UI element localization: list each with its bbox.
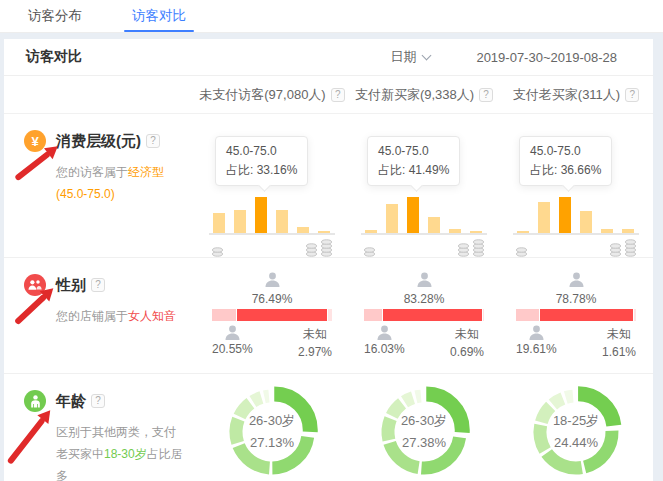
age-donut-new-buyers[interactable]: 26-30岁 27.38%: [376, 374, 472, 481]
unknown-percent: 2.97%: [298, 343, 332, 361]
donut-chart: [376, 384, 472, 480]
chart-axis: [513, 233, 639, 257]
donut-chart: [224, 384, 320, 480]
gender-note: 您的店铺属于女人知音: [56, 305, 184, 327]
bar-series: [213, 195, 335, 233]
yen-icon: ¥: [24, 130, 46, 152]
gender-stacked-bar: [516, 309, 636, 321]
gender-chart-new-buyers[interactable]: 83.28% 16.03% 未知 0.69%: [364, 258, 484, 361]
consumption-chart-old-buyers[interactable]: 45.0-75.0 占比: 36.66%: [513, 114, 639, 257]
visitor-comparison-card: 访客对比 日期 2019-07-30~2019-08-28 未支付访客(97,0…: [4, 39, 653, 481]
row-gender: 性别 ? 您的店铺属于女人知音 76.49% 20.55%: [4, 257, 653, 373]
age-donut-old-buyers[interactable]: 18-25岁 24.44%: [528, 374, 624, 481]
consumption-label-cell: ¥ 消费层级(元) ? 您的访客属于经济型(45.0-75.0): [24, 114, 196, 257]
unknown-label: 未知: [607, 325, 631, 343]
chart-tooltip: 45.0-75.0 占比: 36.66%: [519, 136, 612, 186]
female-icon: [264, 272, 281, 287]
row-consumption-level: ¥ 消费层级(元) ? 您的访客属于经济型(45.0-75.0) 45.0-75…: [4, 114, 653, 257]
male-icon: [224, 325, 241, 340]
date-dropdown[interactable]: 日期: [390, 48, 416, 66]
coins-high-icon: [609, 237, 637, 257]
help-icon[interactable]: ?: [91, 278, 105, 292]
female-percent: 76.49%: [212, 292, 332, 306]
bar-series: [517, 195, 639, 233]
bar-series: [365, 195, 487, 233]
female-icon: [416, 272, 433, 287]
gender-note-highlight: 女人知音: [128, 309, 176, 323]
gender-stacked-bar: [364, 309, 484, 321]
coins-low-icon: [515, 237, 528, 257]
column-header-unpaid-visitors: 未支付访客(97,080人)?: [196, 86, 348, 104]
chart-tooltip: 45.0-75.0 占比: 41.49%: [367, 136, 460, 186]
coins-low-icon: [211, 237, 224, 257]
help-icon[interactable]: ?: [625, 88, 639, 102]
coins-high-icon: [305, 237, 333, 257]
age-note-highlight: 18-30岁: [104, 447, 147, 461]
tab-visitor-distribution[interactable]: 访客分布: [22, 0, 88, 32]
chart-tooltip: 45.0-75.0 占比: 33.16%: [215, 136, 308, 186]
unknown-percent: 0.69%: [450, 343, 484, 361]
male-percent: 19.61%: [516, 340, 557, 358]
help-icon[interactable]: ?: [331, 88, 345, 102]
gender-chart-old-buyers[interactable]: 78.78% 19.61% 未知 1.61%: [516, 258, 636, 361]
gender-label-cell: 性别 ? 您的店铺属于女人知音: [24, 258, 196, 373]
section-title-age: 年龄: [56, 392, 86, 411]
section-title-gender: 性别: [56, 276, 86, 295]
tab-visitor-comparison[interactable]: 访客对比: [126, 0, 192, 32]
unknown-percent: 1.61%: [602, 343, 636, 361]
coins-high-icon: [457, 237, 485, 257]
chart-axis: [209, 233, 335, 257]
female-percent: 83.28%: [364, 292, 484, 306]
card-header: 访客对比 日期 2019-07-30~2019-08-28: [4, 39, 653, 76]
row-age: 年龄 ? 区别于其他两类，支付老买家中18-30岁占比居多 26-30岁 27.…: [4, 373, 653, 481]
male-icon: [528, 325, 545, 340]
column-header-row: 未支付访客(97,080人)? 支付新买家(9,338人)? 支付老买家(311…: [4, 76, 653, 114]
column-header-new-buyers: 支付新买家(9,338人)?: [348, 86, 500, 104]
donut-chart: [528, 384, 624, 480]
unknown-label: 未知: [455, 325, 479, 343]
chevron-down-icon[interactable]: [422, 51, 432, 61]
consumption-note: 您的访客属于经济型(45.0-75.0): [56, 161, 184, 205]
date-area: 日期 2019-07-30~2019-08-28: [390, 48, 631, 66]
male-percent: 20.55%: [212, 340, 253, 358]
age-label-cell: 年龄 ? 区别于其他两类，支付老买家中18-30岁占比居多: [24, 374, 196, 481]
chart-axis: [361, 233, 487, 257]
unknown-label: 未知: [303, 325, 327, 343]
top-tab-bar: 访客分布 访客对比: [0, 0, 663, 33]
coins-low-icon: [363, 237, 376, 257]
consumption-chart-new-buyers[interactable]: 45.0-75.0 占比: 41.49%: [361, 114, 487, 257]
help-icon[interactable]: ?: [146, 134, 160, 148]
consumption-chart-unpaid[interactable]: 45.0-75.0 占比: 33.16%: [209, 114, 335, 257]
help-icon[interactable]: ?: [91, 394, 105, 408]
date-range-picker[interactable]: 2019-07-30~2019-08-28: [476, 50, 617, 65]
female-icon: [568, 272, 585, 287]
help-icon[interactable]: ?: [479, 88, 493, 102]
age-donut-unpaid[interactable]: 26-30岁 27.13%: [224, 374, 320, 481]
male-percent: 16.03%: [364, 340, 405, 358]
female-percent: 78.78%: [516, 292, 636, 306]
gender-stacked-bar: [212, 309, 332, 321]
gender-chart-unpaid[interactable]: 76.49% 20.55% 未知 2.97%: [212, 258, 332, 361]
section-title-consumption: 消费层级(元): [56, 132, 141, 151]
age-note: 区别于其他两类，支付老买家中18-30岁占比居多: [56, 421, 184, 481]
male-icon: [376, 325, 393, 340]
column-header-old-buyers: 支付老买家(311人)?: [500, 86, 652, 104]
page-title: 访客对比: [26, 48, 82, 66]
